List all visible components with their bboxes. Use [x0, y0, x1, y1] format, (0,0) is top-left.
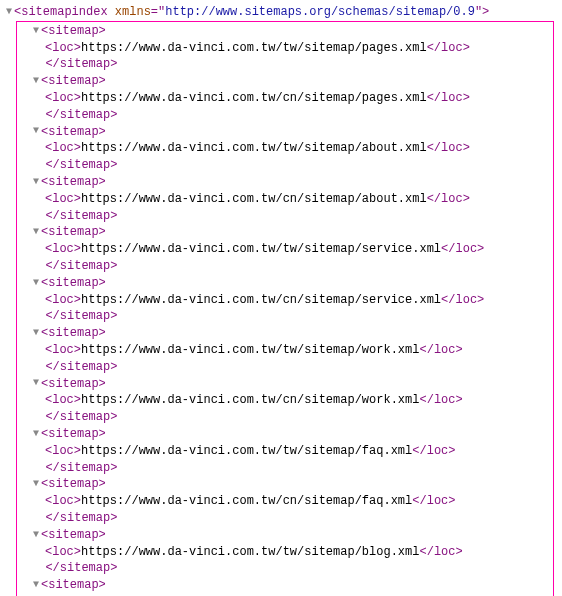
toggle-icon[interactable]: ▼ — [31, 477, 41, 491]
sitemap-open-tag: <sitemap> — [41, 175, 106, 189]
sitemap-open-line[interactable]: ▼<sitemap> — [17, 476, 553, 493]
loc-open-tag: <loc> — [45, 242, 81, 256]
loc-close-tag: </loc> — [427, 41, 470, 55]
sitemap-open-line[interactable]: ▼<sitemap> — [17, 124, 553, 141]
sitemap-open-tag: <sitemap> — [41, 477, 106, 491]
loc-close-tag: </loc> — [412, 494, 455, 508]
loc-open-tag: <loc> — [45, 393, 81, 407]
loc-url: https://www.da-vinci.com.tw/cn/sitemap/w… — [81, 393, 419, 407]
toggle-icon[interactable]: ▼ — [31, 225, 41, 239]
sitemap-close-line: </sitemap> — [17, 157, 553, 174]
loc-close-tag: </loc> — [427, 141, 470, 155]
loc-open-tag: <loc> — [45, 343, 81, 357]
sitemap-close-tag: </sitemap> — [45, 209, 117, 223]
sitemap-open-tag: <sitemap> — [41, 326, 106, 340]
xml-tree-root: ▼<sitemapindex xmlns="http://www.sitemap… — [4, 4, 558, 596]
loc-open-tag: <loc> — [45, 91, 81, 105]
loc-line[interactable]: <loc>https://www.da-vinci.com.tw/cn/site… — [17, 292, 553, 309]
sitemap-open-line[interactable]: ▼<sitemap> — [17, 426, 553, 443]
loc-open-tag: <loc> — [45, 545, 81, 559]
loc-line[interactable]: <loc>https://www.da-vinci.com.tw/tw/site… — [17, 140, 553, 157]
sitemap-open-line[interactable]: ▼<sitemap> — [17, 325, 553, 342]
loc-url: https://www.da-vinci.com.tw/tw/sitemap/w… — [81, 343, 419, 357]
toggle-icon[interactable]: ▼ — [31, 326, 41, 340]
loc-open-tag: <loc> — [45, 141, 81, 155]
loc-url: https://www.da-vinci.com.tw/tw/sitemap/a… — [81, 141, 427, 155]
loc-open-tag: <loc> — [45, 41, 81, 55]
sitemap-close-line: </sitemap> — [17, 258, 553, 275]
sitemap-items-container: ▼<sitemap><loc>https://www.da-vinci.com.… — [17, 23, 553, 596]
loc-url: https://www.da-vinci.com.tw/tw/sitemap/p… — [81, 41, 427, 55]
loc-url: https://www.da-vinci.com.tw/cn/sitemap/s… — [81, 293, 441, 307]
loc-close-tag: </loc> — [441, 242, 484, 256]
sitemap-open-tag: <sitemap> — [41, 528, 106, 542]
toggle-icon[interactable]: ▼ — [31, 376, 41, 390]
loc-line[interactable]: <loc>https://www.da-vinci.com.tw/cn/site… — [17, 493, 553, 510]
sitemap-close-tag: </sitemap> — [45, 108, 117, 122]
sitemap-open-line[interactable]: ▼<sitemap> — [17, 23, 553, 40]
loc-open-tag: <loc> — [45, 444, 81, 458]
sitemap-open-line[interactable]: ▼<sitemap> — [17, 376, 553, 393]
toggle-icon[interactable]: ▼ — [31, 528, 41, 542]
toggle-icon[interactable]: ▼ — [31, 24, 41, 38]
sitemap-close-line: </sitemap> — [17, 510, 553, 527]
loc-close-tag: </loc> — [419, 393, 462, 407]
sitemap-close-line: </sitemap> — [17, 208, 553, 225]
sitemap-close-line: </sitemap> — [17, 56, 553, 73]
sitemap-open-line[interactable]: ▼<sitemap> — [17, 224, 553, 241]
loc-url: https://www.da-vinci.com.tw/cn/sitemap/a… — [81, 192, 427, 206]
sitemap-open-line[interactable]: ▼<sitemap> — [17, 275, 553, 292]
toggle-icon[interactable]: ▼ — [4, 5, 14, 19]
sitemap-open-tag: <sitemap> — [41, 74, 106, 88]
loc-line[interactable]: <loc>https://www.da-vinci.com.tw/cn/site… — [17, 392, 553, 409]
sitemap-close-tag: </sitemap> — [45, 561, 117, 575]
sitemap-open-line[interactable]: ▼<sitemap> — [17, 73, 553, 90]
loc-url: https://www.da-vinci.com.tw/tw/sitemap/f… — [81, 444, 412, 458]
loc-close-tag: </loc> — [412, 444, 455, 458]
sitemap-open-tag: <sitemap> — [41, 276, 106, 290]
loc-url: https://www.da-vinci.com.tw/tw/sitemap/b… — [81, 545, 419, 559]
sitemap-close-line: </sitemap> — [17, 308, 553, 325]
toggle-icon[interactable]: ▼ — [31, 124, 41, 138]
loc-open-tag: <loc> — [45, 494, 81, 508]
loc-line[interactable]: <loc>https://www.da-vinci.com.tw/tw/site… — [17, 443, 553, 460]
toggle-icon[interactable]: ▼ — [31, 74, 41, 88]
sitemap-close-tag: </sitemap> — [45, 461, 117, 475]
sitemap-close-line: </sitemap> — [17, 409, 553, 426]
sitemap-open-tag: <sitemap> — [41, 125, 106, 139]
sitemap-close-tag: </sitemap> — [45, 410, 117, 424]
sitemap-open-tag: <sitemap> — [41, 427, 106, 441]
sitemap-open-line[interactable]: ▼<sitemap> — [17, 174, 553, 191]
loc-close-tag: </loc> — [419, 545, 462, 559]
loc-url: https://www.da-vinci.com.tw/tw/sitemap/s… — [81, 242, 441, 256]
loc-close-tag: </loc> — [427, 91, 470, 105]
loc-open-tag: <loc> — [45, 192, 81, 206]
toggle-icon[interactable]: ▼ — [31, 578, 41, 592]
sitemap-open-tag: <sitemap> — [41, 578, 106, 592]
loc-line[interactable]: <loc>https://www.da-vinci.com.tw/tw/site… — [17, 544, 553, 561]
highlighted-region: ▼<sitemap><loc>https://www.da-vinci.com.… — [16, 21, 554, 596]
loc-line[interactable]: <loc>https://www.da-vinci.com.tw/tw/site… — [17, 342, 553, 359]
root-open-line[interactable]: ▼<sitemapindex xmlns="http://www.sitemap… — [4, 4, 558, 21]
sitemap-close-tag: </sitemap> — [45, 360, 117, 374]
loc-line[interactable]: <loc>https://www.da-vinci.com.tw/tw/site… — [17, 40, 553, 57]
loc-close-tag: </loc> — [441, 293, 484, 307]
sitemap-close-tag: </sitemap> — [45, 57, 117, 71]
sitemap-close-line: </sitemap> — [17, 107, 553, 124]
sitemap-open-tag: <sitemap> — [41, 377, 106, 391]
sitemap-close-line: </sitemap> — [17, 460, 553, 477]
sitemap-close-line: </sitemap> — [17, 560, 553, 577]
root-tag-name: sitemapindex — [21, 5, 107, 19]
toggle-icon[interactable]: ▼ — [31, 276, 41, 290]
loc-url: https://www.da-vinci.com.tw/cn/sitemap/p… — [81, 91, 427, 105]
loc-line[interactable]: <loc>https://www.da-vinci.com.tw/cn/site… — [17, 90, 553, 107]
sitemap-open-tag: <sitemap> — [41, 24, 106, 38]
loc-line[interactable]: <loc>https://www.da-vinci.com.tw/tw/site… — [17, 241, 553, 258]
attr-name: xmlns — [115, 5, 151, 19]
loc-line[interactable]: <loc>https://www.da-vinci.com.tw/cn/site… — [17, 191, 553, 208]
sitemap-open-line[interactable]: ▼<sitemap> — [17, 527, 553, 544]
sitemap-open-line[interactable]: ▼<sitemap> — [17, 577, 553, 594]
toggle-icon[interactable]: ▼ — [31, 175, 41, 189]
toggle-icon[interactable]: ▼ — [31, 427, 41, 441]
sitemap-close-tag: </sitemap> — [45, 511, 117, 525]
